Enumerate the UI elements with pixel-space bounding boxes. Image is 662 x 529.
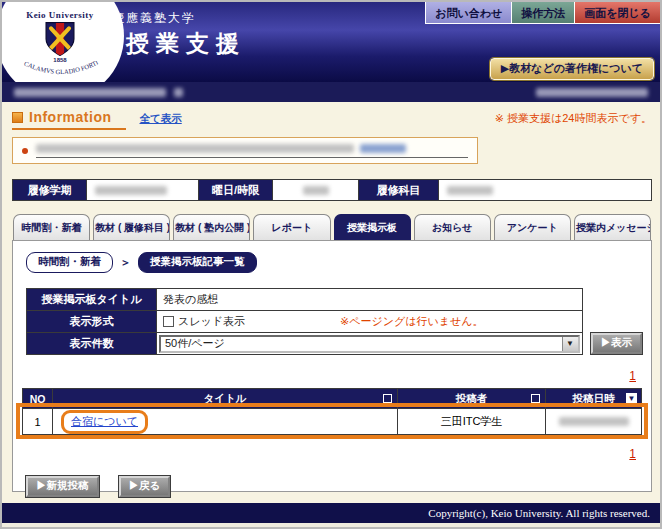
pagination-top: 1 bbox=[22, 355, 642, 386]
tab-materials-courses[interactable]: 教材 ( 履修科目 ) bbox=[93, 214, 170, 240]
logo-university-name: Keio University bbox=[2, 10, 124, 20]
thread-view-label: スレッド表示 bbox=[178, 314, 245, 329]
column-checkbox-icon[interactable] bbox=[383, 394, 392, 403]
course-filter-bar: 履修学期 曜日/時限 履修科目 bbox=[12, 179, 652, 201]
chevron-down-icon[interactable]: ▼ bbox=[562, 337, 578, 351]
term-value bbox=[87, 180, 199, 200]
information-icon bbox=[12, 112, 23, 123]
header: Keio University 1858 CALAMVS GLADIO FORT… bbox=[2, 2, 660, 82]
breadcrumb: 時間割・新着 ＞ 授業掲示板記事一覧 bbox=[22, 252, 642, 273]
tab-news[interactable]: お知らせ bbox=[414, 214, 491, 240]
header-button-group: お問い合わせ 操作方法 画面を閉じる bbox=[425, 2, 660, 24]
show-all-link[interactable]: 全て表示 bbox=[140, 112, 182, 126]
breadcrumb-current: 授業掲示板記事一覧 bbox=[138, 252, 257, 273]
tab-class-board[interactable]: 授業掲示板 bbox=[334, 214, 411, 240]
no-paging-note: ※ページングは行いません。 bbox=[340, 314, 484, 329]
svg-text:CALAMVS GLADIO FORTIOR: CALAMVS GLADIO FORTIOR bbox=[10, 61, 99, 75]
column-checkbox-icon[interactable] bbox=[531, 394, 540, 403]
redacted-notice-text bbox=[36, 144, 468, 158]
col-header-no[interactable]: NO bbox=[23, 389, 53, 409]
page-number-link[interactable]: 1 bbox=[629, 369, 636, 383]
term-label: 履修学期 bbox=[13, 180, 87, 200]
board-posts-table: NO タイトル 投稿者 投稿日時 ▼ bbox=[22, 388, 642, 435]
main-content: Information 全て表示 ※ 授業支援は24時間表示です。 履修学期 曜… bbox=[2, 102, 660, 503]
col-header-date[interactable]: 投稿日時 ▼ bbox=[546, 389, 642, 409]
application-window: Keio University 1858 CALAMVS GLADIO FORT… bbox=[0, 0, 662, 529]
board-table-wrap: NO タイトル 投稿者 投稿日時 ▼ bbox=[22, 388, 642, 435]
day-period-label: 曜日/時限 bbox=[199, 180, 273, 200]
bullet-icon bbox=[22, 148, 28, 154]
sort-desc-icon[interactable]: ▼ bbox=[626, 393, 637, 404]
breadcrumb-parent[interactable]: 時間割・新着 bbox=[26, 252, 113, 273]
post-date-redacted bbox=[546, 409, 642, 435]
show-button[interactable]: ▶表示 bbox=[591, 333, 643, 354]
col-header-title[interactable]: タイトル bbox=[53, 389, 398, 409]
app-title: 授業支援 bbox=[126, 28, 246, 59]
thread-view-checkbox[interactable] bbox=[163, 316, 174, 327]
information-heading: Information bbox=[12, 109, 126, 130]
tab-content-panel: 時間割・新着 ＞ 授業掲示板記事一覧 授業掲示板タイトル 発表の感想 表示形式 bbox=[12, 240, 652, 492]
row-number: 1 bbox=[23, 409, 53, 435]
table-row: 1 合宿について 三田ITC学生 bbox=[23, 409, 642, 435]
highlight-annotation-title-link: 合宿について bbox=[61, 410, 148, 434]
user-info-bar bbox=[2, 82, 660, 102]
redacted-datetime bbox=[536, 88, 648, 97]
navigation-tabs: 時間割・新着 教材 ( 履修科目 ) 教材 ( 塾内公開 ) レポート 授業掲示… bbox=[12, 214, 652, 240]
board-title-value: 発表の感想 bbox=[157, 289, 583, 311]
board-title-label: 授業掲示板タイトル bbox=[27, 289, 157, 311]
new-post-button[interactable]: ▶新規投稿 bbox=[26, 476, 99, 497]
logo-motto: CALAMVS GLADIO FORTIOR bbox=[10, 61, 110, 81]
display-format-label: 表示形式 bbox=[27, 311, 157, 333]
col-header-author[interactable]: 投稿者 bbox=[398, 389, 546, 409]
filter-form: 授業掲示板タイトル 発表の感想 表示形式 スレッド表示 ※ページングは行いません… bbox=[22, 288, 642, 355]
subject-value bbox=[439, 180, 651, 200]
page-size-label: 表示件数 bbox=[27, 333, 157, 355]
service-hours-note: ※ 授業支援は24時間表示です。 bbox=[495, 109, 652, 126]
close-screen-button[interactable]: 画面を閉じる bbox=[574, 2, 660, 24]
keio-logo: Keio University 1858 CALAMVS GLADIO FORT… bbox=[2, 2, 124, 82]
contact-button[interactable]: お問い合わせ bbox=[425, 2, 511, 24]
keio-shield-icon bbox=[43, 21, 77, 57]
page-size-select[interactable]: 50件/ページ ▼ bbox=[159, 335, 580, 353]
day-period-value bbox=[273, 180, 359, 200]
redacted-user-badge bbox=[174, 88, 183, 97]
redacted-username bbox=[14, 88, 166, 97]
tab-materials-public[interactable]: 教材 ( 塾内公開 ) bbox=[173, 214, 250, 240]
tab-class-messages[interactable]: 授業内メッセージ bbox=[574, 214, 651, 240]
page-number-link[interactable]: 1 bbox=[629, 447, 636, 461]
university-name-ja: 慶應義塾大学 bbox=[112, 10, 196, 27]
post-author: 三田ITC学生 bbox=[398, 409, 546, 435]
tab-survey[interactable]: アンケート bbox=[494, 214, 571, 240]
action-buttons: ▶新規投稿 ▶戻る bbox=[22, 476, 642, 497]
breadcrumb-separator-icon: ＞ bbox=[120, 255, 131, 270]
pagination-bottom: 1 bbox=[22, 435, 642, 464]
copyright-text: Copyright(c), Keio University. All right… bbox=[428, 507, 650, 519]
subject-label: 履修科目 bbox=[359, 180, 439, 200]
footer: Copyright(c), Keio University. All right… bbox=[2, 503, 660, 523]
tab-timetable[interactable]: 時間割・新着 bbox=[13, 214, 90, 240]
materials-copyright-button[interactable]: ▶教材などの著作権について bbox=[490, 58, 654, 80]
back-button[interactable]: ▶戻る bbox=[119, 476, 171, 497]
tab-reports[interactable]: レポート bbox=[253, 214, 330, 240]
redacted-notice-link bbox=[360, 144, 406, 153]
information-notice-box[interactable] bbox=[12, 137, 478, 164]
post-title-link[interactable]: 合宿について bbox=[71, 415, 138, 427]
howto-button[interactable]: 操作方法 bbox=[511, 2, 574, 24]
